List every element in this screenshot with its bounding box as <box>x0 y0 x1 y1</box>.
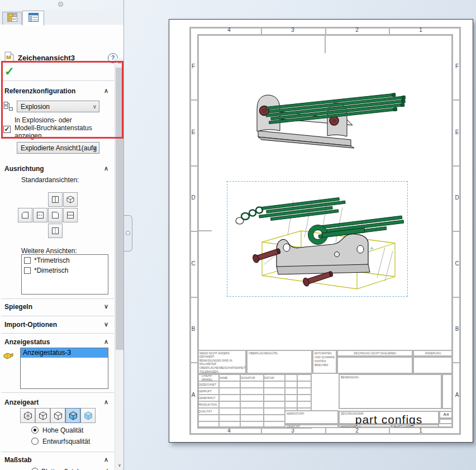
revision-label: ÄNDERUNG <box>414 351 452 355</box>
high-quality-radio[interactable] <box>31 426 39 434</box>
view-button-isometric[interactable] <box>63 192 78 207</box>
display-style-hidden-removed-button[interactable] <box>50 408 65 423</box>
chevron-up-icon[interactable]: ∧ <box>104 87 108 94</box>
dimetrisch-checkbox[interactable] <box>24 267 31 274</box>
deburr-line: KANTEN <box>313 359 336 363</box>
chevron-up-icon[interactable]: ∧ <box>104 338 108 345</box>
section-header-anzeigeart[interactable]: Anzeigeart <box>4 398 39 406</box>
zone-row-label: E <box>189 129 197 135</box>
col-header-name: NAME <box>219 374 240 381</box>
splitter-grip-icon <box>126 231 130 235</box>
display-style-shaded-edges-button[interactable] <box>65 408 80 423</box>
more-views-listbox[interactable]: *Trimetrisch *Dimetrisch <box>21 254 108 295</box>
view-button-top[interactable] <box>33 208 47 222</box>
scrollbar-thumb[interactable] <box>116 68 123 350</box>
zone-col-label: 3 <box>261 27 325 33</box>
zone-row-label: D <box>453 194 461 201</box>
zone-tick <box>453 362 461 363</box>
zone-row-label: C <box>453 260 461 267</box>
exploded-view-dropdown-value: Explodierte Ansicht1(aufg <box>21 144 97 152</box>
chevron-up-icon[interactable]: ∧ <box>104 398 108 406</box>
list-item-label: *Dimetrisch <box>34 267 68 274</box>
surface-finish-label: OBERFLÄCHENGÜTE: <box>247 351 311 355</box>
chevron-up-icon[interactable]: ∧ <box>104 165 108 172</box>
title-label: BENENNUNG: <box>340 375 441 379</box>
ok-check-icon[interactable]: ✓ <box>4 65 15 78</box>
view-button-current[interactable] <box>48 208 63 222</box>
section-header-referenzkonfiguration[interactable]: Referenzkonfiguration <box>4 87 75 95</box>
weight-label: GEWICHT: <box>285 425 337 428</box>
display-style-hidden-visible-button[interactable] <box>35 408 50 423</box>
do-not-scale-empty-box <box>337 357 413 374</box>
list-item-trimetrisch[interactable]: *Trimetrisch <box>22 257 108 265</box>
display-style-wireframe-button[interactable] <box>20 408 35 423</box>
zone-row-label: A <box>453 392 461 398</box>
section-header-massstab[interactable]: Maßstab <box>4 456 32 464</box>
exploded-view-dropdown[interactable]: Explodierte Ansicht1(aufg ∨ <box>17 142 99 154</box>
display-state-selected-item[interactable]: Anzeigestatus-3 <box>21 348 108 358</box>
feature-manager-tab[interactable] <box>2 12 22 25</box>
drawing-number-box: ZEICHNUNGSNR. part configs <box>339 411 439 424</box>
zone-row-label: D <box>189 194 197 201</box>
configuration-dropdown[interactable]: Explosion ∨ <box>17 101 99 112</box>
checkbox-label-line2: Modell-Bruchkantenstatus <box>15 124 92 132</box>
draft-quality-radio[interactable] <box>31 438 39 445</box>
panel-scrollbar[interactable]: ∧ ∨ <box>115 58 124 470</box>
do-not-scale-box: ZEICHNUNG NICHT SKALIEREN <box>337 350 413 357</box>
view-button-bottom[interactable] <box>63 208 78 222</box>
do-not-scale-label: ZEICHNUNG NICHT SKALIEREN <box>338 351 412 355</box>
zone-tick <box>453 99 461 101</box>
panel-splitter-handle[interactable] <box>124 215 132 251</box>
list-item-dimetrisch[interactable]: *Dimetrisch <box>22 267 108 276</box>
assembled-view-drawing[interactable] <box>238 75 411 150</box>
center-mark-tick <box>197 230 212 231</box>
zone-tick <box>453 231 461 232</box>
tolerance-line: WENN NICHT ANDERS DEFINIERT: <box>198 351 245 358</box>
view-button-front[interactable] <box>48 192 63 207</box>
high-quality-label: Hohe Qualität <box>42 426 83 434</box>
exploded-view-drawing[interactable]: + <box>227 181 408 297</box>
display-state-listbox[interactable]: Anzeigestatus-3 <box>20 348 108 389</box>
material-label: WERKSTOFF: <box>285 411 337 415</box>
zone-tick <box>189 165 197 167</box>
drawing-sheet[interactable]: 4 3 2 1 4 3 2 1 F E D C B A F E D C B A <box>169 19 473 443</box>
panel-grip-dot[interactable] <box>58 2 63 7</box>
section-header-ausrichtung[interactable]: Ausrichtung <box>4 165 44 173</box>
divider <box>1 298 114 299</box>
revision-box: ÄNDERUNG <box>413 350 453 357</box>
zone-col-label: 1 <box>389 27 453 33</box>
chevron-down-icon[interactable]: ∨ <box>104 303 108 310</box>
zone-row-label: E <box>453 129 461 135</box>
property-manager-tabbar <box>0 10 124 25</box>
explosion-state-checkbox[interactable]: ✓ <box>3 126 11 133</box>
divider <box>1 333 114 334</box>
title-box: BENENNUNG: <box>339 374 442 409</box>
zone-tick <box>325 428 326 435</box>
trimetrisch-checkbox[interactable] <box>24 257 31 264</box>
view-button-left[interactable] <box>18 208 32 222</box>
section-header-anzeigestatus[interactable]: Anzeigestatus <box>4 338 50 346</box>
scale-box: MASSSTAB:1:2 <box>339 424 392 428</box>
section-header-spiegeln[interactable]: Spiegeln <box>4 303 32 311</box>
zone-row-label: B <box>453 326 461 332</box>
col-header-signatur: SIGNATUR <box>240 374 264 381</box>
chevron-up-icon[interactable]: ∧ <box>104 456 108 463</box>
draft-quality-label: Entwurfsqualität <box>42 438 90 445</box>
display-style-shaded-button[interactable] <box>80 408 96 423</box>
sheet-scale-radio[interactable] <box>31 468 39 470</box>
display-state-icon <box>3 350 14 363</box>
view-button-right[interactable] <box>48 224 63 238</box>
row-label-produktion: PRODUKTION <box>198 401 219 408</box>
zone-tick <box>453 165 461 167</box>
section-header-import-optionen[interactable]: Import-Optionen <box>4 321 57 329</box>
scroll-up-button[interactable]: ∧ <box>115 58 124 67</box>
zone-tick <box>189 231 197 232</box>
zone-row-label: F <box>453 63 461 69</box>
divider <box>1 452 114 452</box>
property-manager-tab[interactable] <box>22 11 44 26</box>
chevron-down-icon[interactable]: ∨ <box>104 321 108 328</box>
scroll-down-button[interactable]: ∨ <box>115 461 124 470</box>
scale-label: MASSSTAB:1:2 <box>340 425 391 428</box>
tolerance-line: BEMASSUNGEN SIND IN MILLIMETER <box>198 358 245 365</box>
configuration-tree-icon <box>3 101 13 113</box>
